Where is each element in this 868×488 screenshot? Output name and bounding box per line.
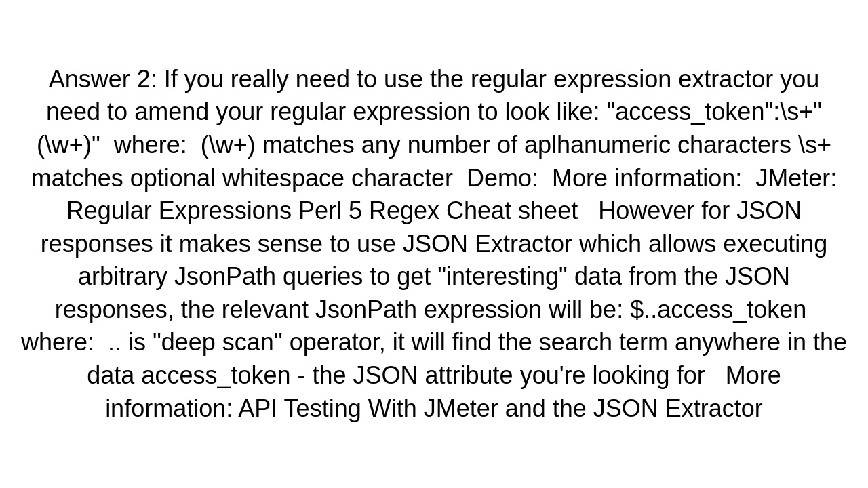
- answer-text: Answer 2: If you really need to use the …: [20, 63, 848, 426]
- content-container: Answer 2: If you really need to use the …: [0, 0, 868, 488]
